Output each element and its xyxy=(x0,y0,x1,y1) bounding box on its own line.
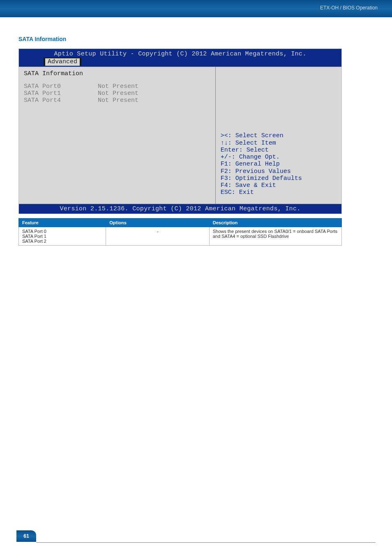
breadcrumb: ETX-OH / BIOS Operation xyxy=(320,5,378,11)
table-header-row: Feature Options Description xyxy=(19,218,342,227)
table-cell-options: - xyxy=(106,227,210,245)
bios-panel-heading: SATA Information xyxy=(24,70,210,77)
bios-port-value: Not Present xyxy=(98,83,138,90)
bios-body: SATA Information SATA Port0 Not Present … xyxy=(19,67,341,204)
page-number-badge: 61 xyxy=(16,530,36,542)
section-title: SATA Information xyxy=(18,36,376,42)
bios-port-row: SATA Port0 Not Present xyxy=(24,83,210,90)
table-header-options: Options xyxy=(106,218,210,227)
bios-help-text: ><: Select Screen ↑↓: Select Item Enter:… xyxy=(221,132,337,196)
page-header-bar: ETX-OH / BIOS Operation xyxy=(0,0,392,17)
page-footer-rule xyxy=(36,542,376,543)
table-row: SATA Port 0 SATA Port 1 SATA Port 2 - Sh… xyxy=(19,227,342,245)
feature-table: Feature Options Description SATA Port 0 … xyxy=(18,218,342,246)
bios-tab-advanced: Advanced xyxy=(44,58,81,65)
bios-left-panel: SATA Information SATA Port0 Not Present … xyxy=(19,67,216,204)
bios-right-panel: ><: Select Screen ↑↓: Select Item Enter:… xyxy=(216,67,341,204)
bios-port-value: Not Present xyxy=(98,97,138,104)
table-header-description: Description xyxy=(209,218,341,227)
bios-port-row: SATA Port4 Not Present xyxy=(24,97,210,104)
bios-tab-row: Advanced xyxy=(19,58,341,66)
bios-port-label: SATA Port4 xyxy=(24,97,98,104)
table-header-feature: Feature xyxy=(19,218,106,227)
bios-port-label: SATA Port0 xyxy=(24,83,98,90)
table-cell-feature: SATA Port 0 SATA Port 1 SATA Port 2 xyxy=(19,227,106,245)
bios-title-line: Aptio Setup Utility - Copyright (C) 2012… xyxy=(19,49,341,58)
bios-footer-line: Version 2.15.1236. Copyright (C) 2012 Am… xyxy=(19,204,341,214)
bios-port-value: Not Present xyxy=(98,90,138,97)
bios-port-label: SATA Port1 xyxy=(24,90,98,97)
bios-screenshot: Aptio Setup Utility - Copyright (C) 2012… xyxy=(18,48,342,214)
page-content: SATA Information Aptio Setup Utility - C… xyxy=(0,17,392,246)
bios-port-row: SATA Port1 Not Present xyxy=(24,90,210,97)
table-cell-description: Shows the present devices on SATA0/1 = o… xyxy=(209,227,341,245)
